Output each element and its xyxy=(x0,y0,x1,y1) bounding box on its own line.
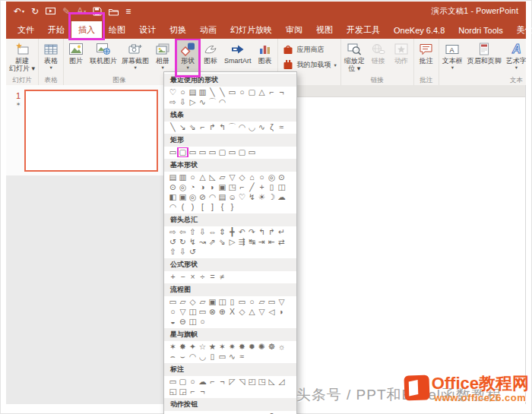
ribbon-button-图片[interactable]: 图片 xyxy=(65,40,87,75)
shape-swatch[interactable]: ╲ xyxy=(168,122,178,132)
shape-swatch[interactable]: ↱ xyxy=(267,227,277,237)
shape-swatch[interactable]: ▢ xyxy=(237,147,247,157)
shape-swatch[interactable]: ▭ xyxy=(247,147,257,157)
ribbon-button-屏幕截图[interactable]: 屏幕截图▾ xyxy=(119,40,151,75)
shape-swatch[interactable]: ⊘ xyxy=(198,192,207,202)
shape-swatch[interactable]: ↺ xyxy=(168,237,178,247)
shape-swatch[interactable]: ✷ xyxy=(227,342,237,352)
shape-swatch[interactable]: X xyxy=(227,307,237,317)
shape-swatch[interactable]: ◠ xyxy=(168,202,178,212)
shape-swatch[interactable]: ⌂ xyxy=(247,172,257,182)
ribbon-button-文本框[interactable]: A文本框▾ xyxy=(440,40,465,75)
shape-swatch[interactable]: ⌐ xyxy=(267,87,277,97)
ribbon-button-我的加载项[interactable]: 我的加载项▾ xyxy=(282,58,337,71)
shape-swatch[interactable]: ◗ xyxy=(277,307,287,317)
shape-swatch[interactable]: ◫ xyxy=(188,307,198,317)
shape-swatch[interactable]: ⇨ xyxy=(168,97,178,107)
tab-slideshow[interactable]: 幻灯片放映 xyxy=(223,21,279,39)
shape-swatch[interactable]: ◲ xyxy=(178,387,188,397)
shape-swatch[interactable]: ◑ xyxy=(198,182,207,192)
shape-swatch[interactable]: ◠ xyxy=(237,122,247,132)
shape-swatch[interactable]: ⌒ xyxy=(207,97,217,107)
shape-swatch[interactable]: ⊕ xyxy=(217,307,227,317)
shape-swatch[interactable]: ▢ xyxy=(217,147,227,157)
shape-swatch[interactable]: ◇ xyxy=(188,297,198,307)
shape-swatch[interactable]: ◒ xyxy=(168,317,178,327)
shape-swatch[interactable]: ◠ xyxy=(217,97,227,107)
shape-swatch[interactable]: ▥ xyxy=(178,172,188,182)
tab-draw[interactable]: 绘图 xyxy=(102,21,132,39)
shape-swatch[interactable]: ▷ xyxy=(227,237,237,247)
tab-design[interactable]: 设计 xyxy=(132,21,163,39)
shape-swatch[interactable]: ✺ xyxy=(257,342,267,352)
shape-swatch[interactable]: ▤ xyxy=(217,192,227,202)
shape-swatch[interactable]: ↰ xyxy=(217,122,227,132)
shape-swatch[interactable]: ↷ xyxy=(247,227,257,237)
shape-swatch[interactable]: ⇔ xyxy=(207,227,217,237)
qat-more-icon[interactable]: ≡ xyxy=(125,7,131,16)
shape-swatch[interactable]: ⇗ xyxy=(207,237,217,247)
ribbon-button-表格[interactable]: 表格▾ xyxy=(40,40,62,75)
shape-swatch[interactable]: ▤ xyxy=(168,172,178,182)
shape-swatch[interactable]: ⇨ xyxy=(168,227,178,237)
shape-swatch[interactable]: ⇄ xyxy=(277,237,287,247)
ribbon-button-批注[interactable]: 批注 xyxy=(415,40,438,75)
shape-swatch[interactable]: ⌢ xyxy=(168,352,178,362)
shape-swatch[interactable]: ★ xyxy=(207,342,217,352)
shape-swatch[interactable]: ▯ xyxy=(267,182,277,192)
shape-swatch[interactable]: ☽ xyxy=(267,192,277,202)
tab-review[interactable]: 审阅 xyxy=(279,21,309,39)
ribbon-button-缩放定位[interactable]: 缩放定 位 ▾ xyxy=(342,40,367,75)
shape-swatch[interactable]: ] xyxy=(207,202,217,212)
shape-swatch[interactable]: ⌐ xyxy=(207,377,217,387)
shape-swatch[interactable]: ≈ xyxy=(277,122,287,132)
shape-swatch[interactable]: ▢ xyxy=(178,377,188,387)
shape-swatch[interactable]: ⌒ xyxy=(227,122,237,132)
shape-swatch[interactable]: ◳ xyxy=(257,377,267,387)
tab-home[interactable]: 开始 xyxy=(41,21,71,39)
slide-1-thumbnail[interactable] xyxy=(24,90,158,172)
shape-swatch[interactable]: ▣ xyxy=(178,192,188,202)
shape-swatch[interactable]: ⇧ xyxy=(168,247,178,257)
shape-swatch[interactable]: ⇧ xyxy=(188,227,198,237)
shape-swatch[interactable]: ⌐ xyxy=(188,387,198,397)
shape-swatch[interactable]: ✦ xyxy=(188,342,198,352)
shape-swatch[interactable]: ♡ xyxy=(237,192,247,202)
shape-swatch[interactable]: ↰ xyxy=(257,227,267,237)
tab-meihua[interactable]: 美化大师 xyxy=(510,21,532,39)
shape-swatch[interactable]: } xyxy=(227,202,237,212)
shape-swatch[interactable]: ◎ xyxy=(178,182,188,192)
ribbon-button-新建幻灯片[interactable]: 新建 幻灯片 ▾ xyxy=(7,40,37,75)
shape-swatch[interactable]: ↻ xyxy=(178,237,188,247)
shape-swatch[interactable]: ▭ xyxy=(217,352,227,362)
shape-swatch[interactable]: ⇩ xyxy=(198,227,207,237)
shape-swatch[interactable]: ∿ xyxy=(198,97,207,107)
shape-swatch[interactable]: ▭ xyxy=(168,297,178,307)
shape-swatch[interactable]: ▽ xyxy=(257,307,267,317)
ribbon-button-相册[interactable]: 相册▾ xyxy=(151,40,174,75)
shape-swatch[interactable]: ⌐ xyxy=(198,122,207,132)
shape-swatch[interactable]: ↵ xyxy=(277,227,287,237)
shape-swatch[interactable]: ○ xyxy=(247,297,257,307)
shape-swatch[interactable]: ☼ xyxy=(277,342,287,352)
shape-swatch[interactable]: ○ xyxy=(257,172,267,182)
shape-swatch[interactable]: ◰ xyxy=(247,377,257,387)
shape-swatch[interactable]: ☁ xyxy=(198,377,207,387)
shape-swatch[interactable]: ○ xyxy=(188,172,198,182)
shape-swatch[interactable]: ◺ xyxy=(207,172,217,182)
shape-swatch[interactable]: [ xyxy=(198,202,207,212)
shape-swatch[interactable]: ⊙ xyxy=(277,172,287,182)
shape-swatch[interactable]: ▽ xyxy=(227,172,237,182)
shape-swatch[interactable]: △ xyxy=(257,87,267,97)
undo-icon[interactable]: ↶▾ xyxy=(14,7,24,16)
shape-swatch[interactable]: ◡ xyxy=(198,352,207,362)
shape-swatch[interactable]: ¬ xyxy=(277,87,287,97)
shape-swatch[interactable]: ○ xyxy=(168,307,178,317)
shape-swatch[interactable]: ✸ xyxy=(237,342,247,352)
shape-swatch[interactable]: ▱ xyxy=(217,172,227,182)
shape-swatch[interactable]: △ xyxy=(247,307,257,317)
shape-swatch[interactable]: ○ xyxy=(198,317,207,327)
shape-swatch[interactable]: ◱ xyxy=(168,387,178,397)
shape-swatch[interactable]: ▽ xyxy=(178,307,188,317)
shape-swatch[interactable]: ⇩ xyxy=(178,97,188,107)
